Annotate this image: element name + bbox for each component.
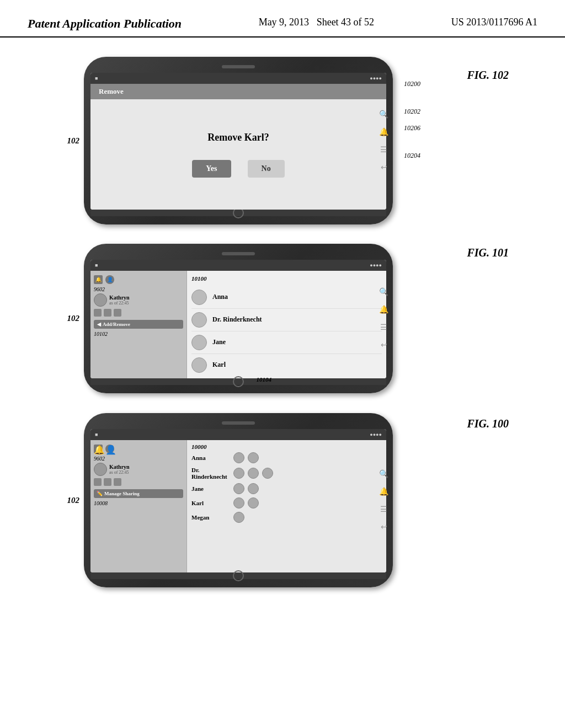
avatar-icon-100: 👤 (105, 445, 114, 453)
label-10100: 10100 (191, 275, 382, 282)
main-content: 102 ■ ●●●● Remove Remove Karl? (0, 38, 565, 599)
bell-icon-2[interactable]: 🔔 (379, 305, 388, 314)
fig102-label: FIG. 102 (467, 69, 509, 82)
fig101-device-label: 102 (45, 314, 84, 323)
phone-speaker (222, 65, 255, 68)
jane-icon1 (233, 483, 244, 494)
fig102-header-bar: Remove (90, 84, 386, 99)
fig101-left-panel: 🔔 👤 9602 Kathryn as of 22:45 (90, 271, 187, 378)
fig102-dialog-area: Remove Karl? Yes No (90, 99, 386, 210)
contact-row-megan: Megan (191, 512, 382, 523)
status-bar-3: ■ ●●●● (90, 429, 386, 440)
label-10204: 10204 (404, 152, 420, 160)
phone-right-icons-2: 🔍 🔔 ☰ ↩ (379, 287, 388, 350)
fig100-annotations: FIG. 100 (404, 412, 514, 588)
contacts-grid-100: Anna Dr. Rinderknecht (191, 452, 382, 523)
icon-row-100b (94, 478, 183, 486)
jane-name: Jane (212, 338, 226, 346)
contact-row-dr: Dr. Rinderknecht (191, 467, 382, 480)
icon-row-100: 🔔 👤 (94, 445, 183, 453)
megan-label-100: Megan (191, 514, 230, 521)
contact-anna: Anna (191, 286, 382, 309)
label-10206: 10206 (404, 124, 420, 132)
publication-number: US 2013/0117696 A1 (451, 17, 537, 28)
contact-row-karl: Karl (191, 497, 382, 508)
anna-icon2 (248, 452, 259, 463)
search-icon-2[interactable]: 🔍 (379, 287, 388, 297)
fig102-screen: ■ ●●●● Remove Remove Karl? Yes No (90, 73, 386, 210)
back-icon[interactable]: ↩ (381, 163, 387, 172)
dr-avatar (191, 312, 207, 328)
icon-a (94, 309, 102, 317)
phone-right-icons: 🔍 🔔 ☰ ↩ (379, 110, 388, 172)
anna-name: Anna (212, 293, 228, 301)
dr-icon1 (233, 468, 244, 479)
label-9602-101: 9602 (94, 286, 183, 292)
dr-label-100: Dr. Rinderknecht (191, 467, 230, 480)
karl-icon1 (233, 497, 244, 508)
bell-icon-100: 🔔 (94, 445, 103, 453)
search-icon-3[interactable]: 🔍 (379, 469, 388, 479)
label-10102-101: 10102 (94, 331, 183, 337)
fig100-device-label: 102 (45, 496, 84, 505)
dialog-question: Remove Karl? (207, 132, 269, 143)
bell-icon[interactable]: 🔔 (379, 127, 388, 137)
icon-row-2 (94, 309, 183, 317)
home-button-2[interactable] (233, 376, 244, 387)
menu-icon-3[interactable]: ☰ (380, 505, 387, 514)
contact-karl: Karl (191, 354, 382, 376)
fig101-screen: ■ ●●●● 🔔 👤 9602 (90, 260, 386, 378)
bell-small-icon: 🔔 (94, 275, 103, 284)
page-header: Patent Application Publication May 9, 20… (0, 0, 565, 38)
fig100-label: FIG. 100 (467, 417, 509, 430)
yes-button[interactable]: Yes (192, 160, 231, 178)
jane-icon2 (248, 483, 259, 494)
anna-icon1 (233, 452, 244, 463)
home-bar (90, 210, 386, 216)
home-bar-2 (90, 378, 386, 385)
karl-avatar (191, 357, 207, 373)
user-sub-100: as of 22:45 (109, 470, 130, 475)
fig100-right-panel: 10000 Anna Dr. Rinde (187, 440, 386, 572)
fig101-label: FIG. 101 (467, 247, 509, 259)
avatar-small-icon: 👤 (105, 275, 114, 284)
megan-icon1 (233, 512, 244, 523)
jane-avatar (191, 335, 207, 350)
fig102-device-label: 102 (45, 136, 84, 146)
anna-label-100: Anna (191, 454, 230, 461)
home-button-3[interactable] (233, 570, 244, 581)
karl-icon2 (248, 497, 259, 508)
fig101-phone: ■ ●●●● 🔔 👤 9602 (84, 244, 393, 393)
anna-avatar (191, 290, 207, 305)
icon-100c (114, 478, 121, 486)
fig102-annotations: FIG. 102 10200 10202 10204 10206 (404, 63, 514, 218)
user-avatar-100 (94, 463, 107, 476)
back-icon-2[interactable]: ↩ (381, 340, 387, 350)
label-10202: 10202 (404, 108, 420, 116)
phone-speaker-2 (222, 252, 255, 255)
karl-name: Karl (212, 361, 226, 369)
menu-icon-2[interactable]: ☰ (380, 323, 387, 332)
bell-icon-3[interactable]: 🔔 (379, 487, 388, 496)
jane-label-100: Jane (191, 485, 230, 492)
fig101-row: 102 ■ ●●●● 🔔 👤 (45, 241, 520, 395)
add-remove-button[interactable]: ◀ Add/Remove (94, 320, 183, 329)
user-name-100: Kathryn (109, 464, 130, 470)
menu-icon[interactable]: ☰ (380, 145, 387, 154)
no-button[interactable]: No (248, 160, 285, 178)
status-bar-2: ■ ●●●● (90, 260, 386, 271)
home-bar-3 (90, 572, 386, 579)
phone-right-icons-3: 🔍 🔔 ☰ ↩ (379, 469, 388, 532)
back-icon-3[interactable]: ↩ (381, 522, 387, 532)
fig102-row: 102 ■ ●●●● Remove Remove Karl? (45, 57, 520, 224)
user-name-101: Kathryn (109, 295, 130, 301)
manage-sharing-button[interactable]: ✏️ Manage Sharing (94, 489, 183, 498)
contact-row-anna: Anna (191, 452, 382, 463)
dialog-buttons: Yes No (192, 160, 284, 178)
label-10000-100: 10000 (191, 443, 382, 450)
user-row-101: Kathryn as of 22:45 (94, 293, 183, 307)
karl-label-100: Karl (191, 500, 230, 506)
dr-name: Dr. Rinderknecht (212, 315, 262, 324)
search-icon[interactable]: 🔍 (379, 110, 388, 119)
contact-list-101: Anna Dr. Rinderknecht Jane (191, 286, 382, 376)
